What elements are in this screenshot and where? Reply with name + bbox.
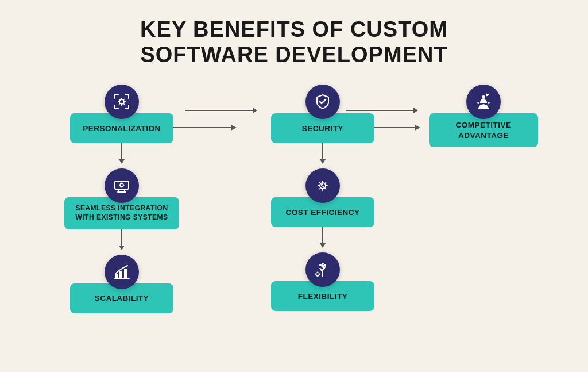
page-title: KEY BENEFITS OF CUSTOM SOFTWARE DEVELOPM… (140, 17, 448, 67)
svg-point-18 (477, 102, 479, 104)
gear-scan-icon (105, 85, 139, 119)
svg-rect-7 (115, 274, 118, 279)
svg-point-14 (324, 264, 326, 266)
svg-rect-5 (115, 181, 129, 189)
trophy-people-icon (466, 85, 501, 119)
scalability-group: SCALABILITY (70, 255, 173, 313)
center-column: SECURITY COST EFFIC (254, 85, 392, 311)
personalization-group: PERSONALIZATION (70, 85, 173, 143)
svg-point-12 (322, 265, 324, 268)
svg-point-17 (482, 95, 485, 99)
svg-point-13 (322, 263, 324, 265)
integration-icon (105, 168, 139, 203)
right-column: COMPETITIVE ADVANTAGE (415, 85, 552, 147)
chart-bars-icon (105, 255, 139, 289)
svg-point-15 (319, 264, 322, 266)
shield-check-icon (305, 85, 340, 119)
growth-icon (305, 252, 340, 287)
left-column: PERSONALIZATION SEA (53, 85, 191, 313)
flexibility-group: FLEXIBILITY (271, 252, 374, 311)
svg-point-19 (488, 102, 490, 104)
cost-gear-icon (305, 168, 340, 203)
cost-efficiency-group: COST EFFICIENCY (271, 168, 374, 227)
svg-rect-8 (119, 271, 122, 279)
svg-marker-1 (231, 125, 237, 131)
competitive-advantage-group: COMPETITIVE ADVANTAGE (429, 85, 538, 147)
security-group: SECURITY (271, 85, 374, 143)
seamless-integration-group: SEAMLESS INTEGRATION WITH EXISTING SYSTE… (64, 168, 179, 229)
svg-rect-9 (124, 269, 127, 279)
